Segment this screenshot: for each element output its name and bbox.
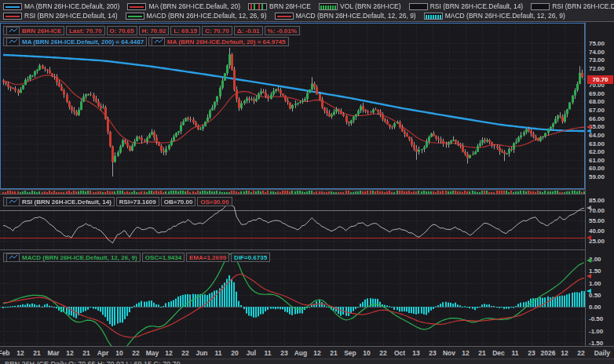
last-chip: Last: 70.70 [66, 26, 104, 35]
macd-canvas[interactable] [0, 250, 585, 346]
legend-item-label: VOL (BRN 26H-ICE) [340, 2, 401, 10]
y-axis-tick-label: 1.50 [589, 268, 614, 275]
line-red-swatch-icon [3, 13, 22, 20]
os-axis-marker [587, 235, 591, 240]
rsi-title-chip[interactable]: RSI (BRN 26H-ICE.Default, 14) [3, 197, 115, 206]
legend-item-label: MA (BRN 26H-ICE.Default, 200) [24, 2, 119, 10]
y-axis-tick-label: 69.00 [589, 90, 614, 97]
line-chart-icon [6, 253, 20, 262]
price-axis-column[interactable]: 70.70 75.0074.0073.0072.0071.0070.0069.0… [585, 22, 614, 346]
y-axis-tick-label: 62.00 [589, 148, 614, 155]
low-chip: L: 69.15 [170, 26, 200, 35]
y-axis-tick-label: 66.00 [589, 115, 614, 122]
legend-row-2: RSI (BRN 26H-ICE.Default, 14)MACD (BRN 2… [3, 11, 611, 20]
y-axis-tick-label: -0.50 [589, 315, 614, 322]
line-chart-icon [6, 38, 20, 46]
line-red-swatch-icon [127, 3, 146, 10]
price-pane[interactable] [0, 22, 614, 189]
legend-item-label: BRN 26H-ICE [269, 2, 311, 10]
y-axis-tick-label: 64.00 [589, 132, 614, 139]
y-axis-tick-label: 0.00 [589, 304, 614, 311]
y-axis-tick-label: 1.00 [589, 280, 614, 287]
ema-axis-marker [587, 274, 591, 278]
legend-item-label: RSI (BRN 26H-ICE.Default, 14) [552, 2, 614, 10]
line-chart-icon [152, 38, 165, 46]
ma200-chip[interactable]: MA (BRN 26H-ICE.Default, 200) = 64.4487 [3, 37, 147, 46]
symbol-label: BRN 26H-ICE [22, 27, 61, 35]
line-chart-icon [6, 198, 20, 206]
ma20-chip[interactable]: MA (BRN 26H-ICE.Default, 20) = 64.9745 [148, 37, 289, 46]
y-axis-tick-label: -1.00 [589, 328, 614, 335]
box-swatch-icon [409, 3, 428, 10]
status-bar: BRN 26H-ICE Daily O: 70.65 H: 70.92 L: 6… [0, 359, 614, 364]
y-axis-tick-label: 65.00 [589, 123, 614, 130]
macd-title-chip[interactable]: MACD (BRN 26H-ICE.Default, 12, 26, 9) [3, 253, 141, 262]
volume-canvas[interactable] [0, 190, 585, 194]
rsi-os-chip: OS=30.00 [197, 197, 232, 206]
volume-strip-pane[interactable] [0, 189, 614, 195]
macd-dif-chip: DIF=0.6735 [231, 253, 270, 262]
macd-info-row: MACD (BRN 26H-ICE.Default, 12, 26, 9) OS… [3, 253, 270, 262]
y-axis-tick-label: 63.00 [589, 140, 614, 147]
line-blue-swatch-icon [3, 3, 22, 10]
quote-info-row: BRN 26H-ICE Last: 70.70 O: 70.65 H: 70.9… [3, 26, 300, 35]
x-axis-tick-label: 22 [569, 349, 593, 357]
legend-item-label: MACD (BRN 26H-ICE.Default, 12, 26, 9) [296, 12, 416, 20]
ma200-label: MA (BRN 26H-ICE.Default, 200) = 64.4487 [22, 38, 144, 46]
last-price-badge: 70.70 [587, 75, 613, 84]
y-axis-tick-label: 59.00 [589, 173, 614, 180]
y-axis-tick-label: 0.50 [589, 292, 614, 299]
legend-item[interactable]: BRN 26H-ICE [248, 2, 311, 10]
timeframe-label[interactable]: Daily [594, 349, 610, 357]
ma20-label: MA (BRN 26H-ICE.Default, 20) = 64.9745 [167, 38, 286, 46]
y-axis-tick-label: 72.00 [589, 65, 614, 72]
legend-item[interactable]: RSI (BRN 26H-ICE.Default, 14) [409, 2, 524, 10]
close-chip: C: 70.70 [202, 26, 232, 35]
legend-item[interactable]: MACD (BRN 26H-ICE.Default, 12, 26, 9) [424, 12, 565, 20]
legend-item[interactable]: MACD (BRN 26H-ICE.Default, 12, 26, 9) [126, 12, 267, 20]
y-axis-tick-label: 25.00 [589, 238, 614, 245]
line-red-swatch-icon [275, 13, 294, 20]
status-text: BRN 26H-ICE Daily O: 70.65 H: 70.92 L: 6… [5, 360, 614, 364]
symbol-chip[interactable]: BRN 26H-ICE [3, 26, 64, 35]
rsi-info-row: RSI (BRN 26H-ICE.Default, 14) RSI=73.160… [3, 197, 232, 206]
rsi-title: RSI (BRN 26H-ICE.Default, 14) [22, 198, 111, 206]
line-green-swatch-icon [126, 13, 144, 20]
legend-item-label: MACD (BRN 26H-ICE.Default, 12, 26, 9) [147, 12, 267, 20]
macd-osc-chip: OSC=1.9434 [142, 253, 185, 262]
legend-item-label: RSI (BRN 26H-ICE.Default, 14) [430, 2, 524, 10]
price-chart-canvas[interactable] [0, 22, 585, 189]
legend-item[interactable]: RSI (BRN 26H-ICE.Default, 14) [3, 12, 118, 20]
dif-axis-marker [587, 289, 591, 293]
y-axis-tick-label: 75.00 [589, 40, 614, 47]
open-chip: O: 70.65 [107, 26, 137, 35]
ma200-axis-marker [587, 129, 591, 133]
y-axis-tick-label: 55.00 [589, 217, 614, 224]
y-axis-tick-label: 40.00 [589, 228, 614, 235]
rsi-ob-chip: OB=70.00 [161, 197, 196, 206]
line-chart-icon [6, 27, 20, 35]
box-swatch-icon [531, 3, 550, 10]
change-chip: Δ: -0.01 [234, 26, 263, 35]
legend-item-label: MACD (BRN 26H-ICE.Default, 12, 26, 9) [445, 12, 565, 20]
ma-info-row: MA (BRN 26H-ICE.Default, 200) = 64.4487 … [3, 37, 289, 46]
ma20-axis-marker [587, 125, 591, 129]
macd-pane[interactable] [0, 250, 614, 346]
macd-ema-chip: EMA=1.2699 [186, 253, 229, 262]
macd-title: MACD (BRN 26H-ICE.Default, 12, 26, 9) [22, 254, 137, 261]
indicator-legend-bar: MA (BRN 26H-ICE.Default, 200)MA (BRN 26H… [0, 0, 614, 22]
time-axis[interactable]: Daily Feb1221Mar1221Apr1022May1222Jun112… [0, 346, 614, 359]
y-axis-tick-label: 2.00 [589, 256, 614, 263]
y-axis-tick-label: 67.00 [589, 107, 614, 114]
y-axis-tick-label: 73.00 [589, 56, 614, 64]
y-axis-tick-label: 85.00 [589, 197, 614, 204]
osc-axis-marker [587, 258, 591, 263]
y-axis-tick-label: 60.00 [589, 165, 614, 172]
legend-item[interactable]: MA (BRN 26H-ICE.Default, 20) [127, 2, 240, 10]
legend-row-1: MA (BRN 26H-ICE.Default, 200)MA (BRN 26H… [3, 2, 611, 11]
y-axis-tick-label: 74.00 [589, 49, 614, 56]
legend-item[interactable]: VOL (BRN 26H-ICE) [319, 2, 401, 10]
legend-item[interactable]: RSI (BRN 26H-ICE.Default, 14) [531, 2, 614, 10]
legend-item[interactable]: MACD (BRN 26H-ICE.Default, 12, 26, 9) [275, 12, 416, 20]
legend-item[interactable]: MA (BRN 26H-ICE.Default, 200) [3, 2, 119, 10]
